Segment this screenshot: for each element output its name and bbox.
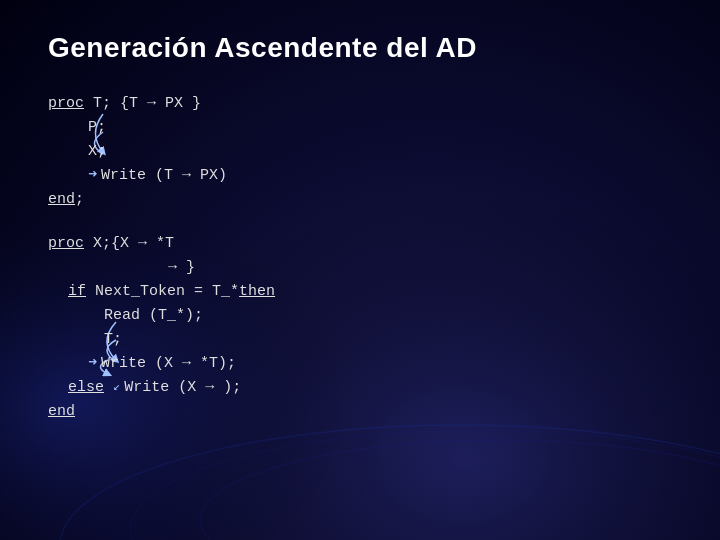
code-line-end1: end; bbox=[48, 188, 672, 212]
code-text-1: T; {T → PX } bbox=[84, 92, 201, 116]
keyword-then: then bbox=[239, 280, 275, 304]
code-line-write-t: ➜ Write (T → PX) bbox=[88, 164, 672, 188]
code-text-else-write: Write (X → ); bbox=[124, 376, 241, 400]
main-background: Generación Ascendente del AD bbox=[0, 0, 720, 540]
code-text-x: X; bbox=[88, 140, 106, 164]
keyword-proc-1: proc bbox=[48, 92, 84, 116]
arrow-icon-1: ➜ bbox=[88, 164, 97, 188]
page-content: Generación Ascendente del AD bbox=[0, 0, 720, 464]
code-line-arrow-bracket: → } bbox=[168, 256, 672, 280]
arrow-icon-3: ↙ bbox=[113, 378, 120, 397]
code-line-t: T; bbox=[104, 328, 672, 352]
code-section-2: proc X;{X → *T → } if Next_Token = T_* t… bbox=[48, 232, 672, 424]
code-block: proc T; {T → PX } P; X; ➜ Write (T → PX)… bbox=[48, 92, 672, 424]
keyword-end-1: end bbox=[48, 188, 75, 212]
arrow-icon-2: ➜ bbox=[88, 352, 97, 376]
code-line-else: else ↙ Write (X → ); bbox=[68, 376, 672, 400]
code-line-end2: end bbox=[48, 400, 672, 424]
code-text-arrow-bracket: → } bbox=[168, 256, 195, 280]
code-line-p: P; bbox=[88, 116, 672, 140]
code-line-read: Read (T_*); bbox=[104, 304, 672, 328]
code-text-proc-x: X;{X → *T bbox=[84, 232, 174, 256]
keyword-proc-2: proc bbox=[48, 232, 84, 256]
code-text-end-semi: ; bbox=[75, 188, 84, 212]
code-line-proc-x: proc X;{X → *T bbox=[48, 232, 672, 256]
code-text-t: T; bbox=[104, 328, 122, 352]
keyword-end-2: end bbox=[48, 400, 75, 424]
code-line-x: X; bbox=[88, 140, 672, 164]
code-section-1: proc T; {T → PX } P; X; ➜ Write (T → PX)… bbox=[48, 92, 672, 212]
code-text-write-t: Write (T → PX) bbox=[101, 164, 227, 188]
page-title: Generación Ascendente del AD bbox=[48, 32, 672, 64]
code-line-write-x: ➜ Write (X → *T); bbox=[88, 352, 672, 376]
keyword-else: else bbox=[68, 376, 104, 400]
code-line-proc-t: proc T; {T → PX } bbox=[48, 92, 672, 116]
code-line-if: if Next_Token = T_* then bbox=[68, 280, 672, 304]
code-text-p: P; bbox=[88, 116, 106, 140]
code-text-if: Next_Token = T_* bbox=[86, 280, 239, 304]
keyword-if: if bbox=[68, 280, 86, 304]
code-text-write-x: Write (X → *T); bbox=[101, 352, 236, 376]
code-text-read: Read (T_*); bbox=[104, 304, 203, 328]
